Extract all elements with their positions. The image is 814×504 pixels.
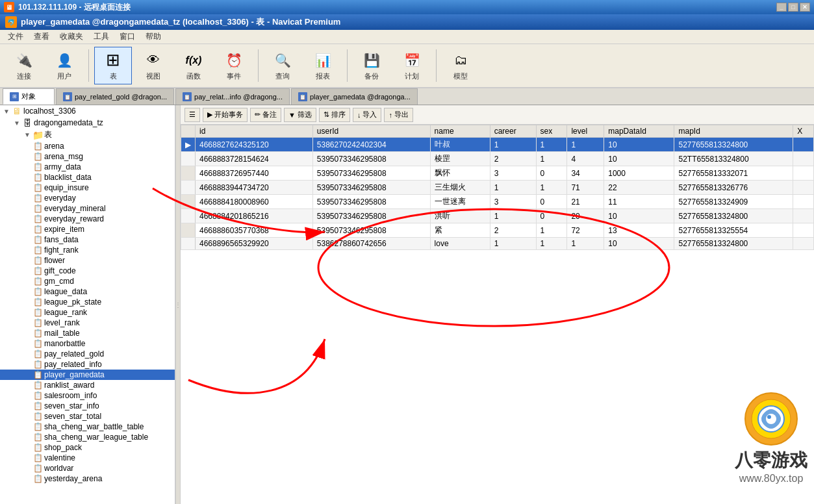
sidebar-item-mail-table[interactable]: 📋 mail_table <box>0 328 175 338</box>
fans-data-label: fans_data <box>44 235 79 244</box>
toolbar-schedule[interactable]: 📅 计划 <box>393 47 431 84</box>
sidebar-item-gift-code[interactable]: 📋 gift_code <box>0 266 175 276</box>
table-row[interactable]: ▶ 4668827624325120 5386270242402304 叶叔 1… <box>181 138 814 152</box>
resize-handle[interactable]: ⋮ <box>175 105 181 504</box>
sidebar-item-league-data[interactable]: 📋 league_data <box>0 286 175 297</box>
menu-file[interactable]: 文件 <box>3 30 29 44</box>
cell-sex: 1 <box>536 152 567 166</box>
toolbar-event[interactable]: ⏰ 事件 <box>215 47 253 84</box>
annotate-button[interactable]: ✏ 备注 <box>250 108 281 122</box>
tables-toggle[interactable]: ▼ <box>22 130 32 140</box>
tree-host[interactable]: ▼ 🖥 localhost_3306 <box>0 105 175 117</box>
toolbar-table[interactable]: ⊞ 表 <box>94 47 132 84</box>
toolbar-view[interactable]: 👁 视图 <box>134 47 172 84</box>
export-button[interactable]: ↑ 导出 <box>384 108 413 122</box>
col-mapdataid[interactable]: mapDataId <box>604 125 674 138</box>
menu-window[interactable]: 窗口 <box>114 30 140 44</box>
col-career[interactable]: career <box>490 125 536 138</box>
sidebar-item-everyday-mineral[interactable]: 📋 everyday_mineral <box>0 203 175 214</box>
menu-help[interactable]: 帮助 <box>140 30 166 44</box>
sidebar-item-sha-battle[interactable]: 📋 sha_cheng_war_battle_table <box>0 422 175 432</box>
host-toggle[interactable]: ▼ <box>1 106 12 116</box>
sidebar-item-yesterday-arena[interactable]: 📋 yesterday_arena <box>0 473 175 484</box>
tab-pay-info[interactable]: 📋 pay_relat...info @dragong... <box>175 88 290 105</box>
sidebar-item-sha-league[interactable]: 📋 sha_cheng_war_league_table <box>0 432 175 442</box>
sidebar-item-fans-data[interactable]: 📋 fans_data <box>0 234 175 245</box>
tree-db[interactable]: ▼ 🗄 dragongamedata_tz <box>0 117 175 129</box>
cell-level: 4 <box>567 152 604 166</box>
toolbar-sep-1 <box>88 49 89 82</box>
col-id[interactable]: id <box>196 125 313 138</box>
hamburger-button[interactable]: ☰ <box>184 108 200 122</box>
sidebar-item-seven-star-info[interactable]: 📋 seven_star_info <box>0 401 175 411</box>
sidebar-item-pay-info[interactable]: 📋 pay_related_info <box>0 359 175 370</box>
table-row[interactable]: 4668884201865216 5395073346295808 洪听 1 0… <box>181 209 814 223</box>
sidebar-item-salesroom[interactable]: 📋 salesroom_info <box>0 390 175 401</box>
menu-view[interactable]: 查看 <box>29 30 55 44</box>
toolbar-model[interactable]: 🗂 模型 <box>442 47 479 84</box>
sidebar-item-level-rank[interactable]: 📋 level_rank <box>0 318 175 328</box>
table-row[interactable]: 4668886035770368 5395073346295808 紧 2 1 … <box>181 223 814 238</box>
sidebar[interactable]: ▼ 🖥 localhost_3306 ▼ 🗄 dragongamedata_tz… <box>0 105 175 504</box>
sidebar-item-everyday[interactable]: 📋 everyday <box>0 193 175 203</box>
table-row[interactable]: 4668896565329920 5386278860742656 love 1… <box>181 238 814 250</box>
col-sex[interactable]: sex <box>536 125 567 138</box>
col-name[interactable]: name <box>430 125 490 138</box>
tab-objects[interactable]: ⊞ 对象 <box>3 88 55 105</box>
toolbar-query[interactable]: 🔍 查询 <box>264 47 301 84</box>
sidebar-item-equip[interactable]: 📋 equip_insure <box>0 183 175 193</box>
sidebar-item-ranklist[interactable]: 📋 ranklist_award <box>0 380 175 390</box>
sidebar-item-shop-pack[interactable]: 📋 shop_pack <box>0 442 175 453</box>
import-button[interactable]: ↓ 导入 <box>353 108 382 122</box>
cell-mapid: 5277655813326776 <box>674 181 793 195</box>
sidebar-item-worldvar[interactable]: 📋 worldvar <box>0 463 175 473</box>
minimize-button[interactable]: _ <box>776 3 787 12</box>
sidebar-item-army-data[interactable]: 📋 army_data <box>0 162 175 172</box>
row-indicator <box>181 152 196 166</box>
toolbar-report[interactable]: 📊 报表 <box>304 47 342 84</box>
sidebar-item-expire-item[interactable]: 📋 expire_item <box>0 224 175 234</box>
toolbar-function[interactable]: f(x) 函数 <box>175 47 212 84</box>
col-level[interactable]: level <box>567 125 604 138</box>
menu-tools[interactable]: 工具 <box>88 30 114 44</box>
sidebar-item-manorbattle[interactable]: 📋 manorbattle <box>0 338 175 349</box>
sidebar-item-league-rank[interactable]: 📋 league_rank <box>0 307 175 318</box>
sidebar-item-gm-cmd[interactable]: 📋 gm_cmd <box>0 276 175 286</box>
table-icon: 📋 <box>32 246 43 255</box>
db-toggle[interactable]: ▼ <box>12 118 22 128</box>
tree-tables[interactable]: ▼ 📁 表 <box>0 129 175 141</box>
data-table-container[interactable]: id userId name career sex level mapDataI… <box>181 125 814 504</box>
sidebar-item-league-pk-state[interactable]: 📋 league_pk_state <box>0 297 175 307</box>
sidebar-item-seven-star-total[interactable]: 📋 seven_star_total <box>0 411 175 422</box>
sidebar-item-blacklist[interactable]: 📋 blacklist_data <box>0 172 175 183</box>
filter-button[interactable]: ▼ 筛选 <box>284 108 316 122</box>
start-transaction-button[interactable]: ▶ 开始事务 <box>203 108 248 122</box>
table-row[interactable]: 4668883944734720 5395073346295808 三生烟火 1… <box>181 181 814 195</box>
sidebar-item-player-gamedata[interactable]: 📋 player_gamedata <box>0 370 175 380</box>
tab-pay-gold[interactable]: 📋 pay_related_gold @dragon... <box>56 88 174 105</box>
col-mapid[interactable]: mapId <box>674 125 793 138</box>
sidebar-item-fight-rank[interactable]: 📋 fight_rank <box>0 245 175 255</box>
maximize-button[interactable]: □ <box>788 3 798 12</box>
sidebar-item-pay-gold[interactable]: 📋 pay_related_gold <box>0 349 175 359</box>
tab-pay-info-label: pay_relat...info @dragong... <box>194 93 283 101</box>
toolbar-backup[interactable]: 💾 备份 <box>353 47 390 84</box>
close-button[interactable]: ✕ <box>800 3 810 12</box>
table-row[interactable]: 4668883726957440 5395073346295808 飘怀 3 0… <box>181 166 814 181</box>
table-row[interactable]: 4668883728154624 5395073346295808 棱罡 2 1… <box>181 152 814 166</box>
row-indicator <box>181 195 196 209</box>
sort-button[interactable]: ⇅ 排序 <box>319 108 350 122</box>
toolbar-user[interactable]: 👤 用户 <box>45 47 83 84</box>
col-userid[interactable]: userId <box>312 125 430 138</box>
sidebar-item-arena[interactable]: 📋 arena <box>0 141 175 151</box>
sidebar-item-flower[interactable]: 📋 flower <box>0 255 175 266</box>
tab-player[interactable]: 📋 player_gamedata @dragonga... <box>291 88 418 105</box>
table-row[interactable]: 4668884180008960 5395073346295808 一世迷离 3… <box>181 195 814 209</box>
menu-favorites[interactable]: 收藏夹 <box>55 30 88 44</box>
sidebar-item-everyday-reward[interactable]: 📋 everyday_reward <box>0 214 175 224</box>
sidebar-item-arena-msg[interactable]: 📋 arena_msg <box>0 151 175 162</box>
sidebar-item-valentine[interactable]: 📋 valentine <box>0 453 175 463</box>
toolbar-connect[interactable]: 🔌 连接 <box>5 47 43 84</box>
col-x[interactable]: X <box>793 125 814 138</box>
cell-id: 4668883944734720 <box>196 181 313 195</box>
